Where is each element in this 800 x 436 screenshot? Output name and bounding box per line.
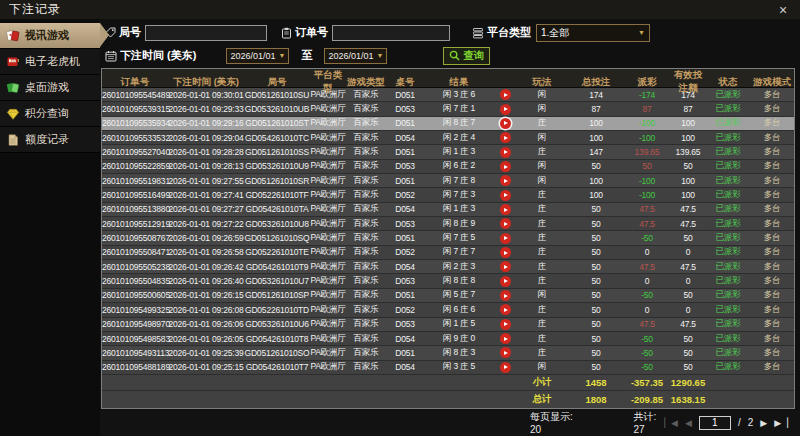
cell-valid-bet: 0 [670, 247, 706, 257]
table-row[interactable]: 260101095527040 2026-01-01 09:28:28 GD05… [102, 145, 794, 159]
table-row[interactable]: 260101095516499 2026-01-01 09:27:41 GD05… [102, 188, 794, 202]
next-page-icon[interactable]: ▶ [760, 418, 767, 428]
cell-round: GD051261010ST [244, 118, 310, 128]
table-row[interactable]: 260101095512919 2026-01-01 09:27:22 GD05… [102, 217, 794, 231]
table-row[interactable]: 260101095508767 2026-01-01 09:26:59 GD05… [102, 231, 794, 245]
table-row[interactable]: 260101095545489 2026-01-01 09:30:01 GD05… [102, 88, 794, 102]
cell-platform: PA欧洲厅 [310, 361, 346, 373]
total-count-label: 共计: 27 [633, 410, 664, 435]
replay-video-icon[interactable] [500, 104, 511, 115]
cell-status: 已派彩 [706, 333, 750, 345]
table-row[interactable]: 260101095533532 2026-01-01 09:29:04 GD05… [102, 131, 794, 145]
sidebar-item-video-games[interactable]: ♥ 视讯游戏 [0, 23, 100, 49]
first-page-icon[interactable]: ▏◀ [664, 418, 678, 428]
cell-game-mode: 多台 [750, 261, 794, 273]
search-button[interactable]: 查询 [443, 47, 490, 65]
cell-platform: PA欧洲厅 [310, 304, 346, 316]
replay-video-icon[interactable] [500, 204, 511, 215]
total-valid-bet: 1638.15 [670, 394, 706, 405]
cell-game-mode: 多台 [750, 232, 794, 244]
replay-video-icon[interactable] [500, 161, 511, 172]
platform-select[interactable]: 1.全部 ▼ [536, 24, 650, 42]
replay-video-icon[interactable] [500, 276, 511, 287]
chevron-down-icon: ▼ [376, 52, 383, 59]
cell-time: 2026-01-01 09:28:13 [168, 161, 244, 171]
cell-status: 已派彩 [706, 103, 750, 115]
replay-video-icon[interactable] [500, 233, 511, 244]
table-row[interactable]: 260101095498970 2026-01-01 09:26:06 GD05… [102, 318, 794, 332]
replay-video-icon[interactable] [500, 175, 511, 186]
cell-bet-type: 庄 [516, 347, 568, 359]
table-row[interactable]: 260101095504835 2026-01-01 09:26:40 GD05… [102, 274, 794, 288]
table-row[interactable]: 260101095498583 2026-01-01 09:26:05 GD05… [102, 332, 794, 346]
cell-game-type: 百家乐 [346, 189, 386, 201]
cell-game-type: 百家乐 [346, 275, 386, 287]
round-number-input[interactable] [145, 25, 267, 41]
table-row[interactable]: 260101095488189 2026-01-01 09:25:15 GD05… [102, 361, 794, 375]
table-row[interactable]: 260101095522859 2026-01-01 09:28:13 GD05… [102, 160, 794, 174]
table-row[interactable]: 260101095500605 2026-01-01 09:26:15 GD05… [102, 289, 794, 303]
cell-game-type: 百家乐 [346, 218, 386, 230]
replay-video-icon[interactable] [500, 304, 511, 315]
date-from-picker[interactable]: 2026/01/01 ▼ [226, 48, 289, 64]
cell-bet-type: 闲 [516, 289, 568, 301]
sidebar-item-table-games[interactable]: 桌面游戏 [0, 75, 100, 101]
cell-total-bet: 50 [568, 334, 624, 344]
cell-total-bet: 50 [568, 305, 624, 315]
cell-game-type: 百家乐 [346, 232, 386, 244]
replay-video-icon[interactable] [500, 290, 511, 301]
replay-video-icon[interactable] [500, 89, 511, 100]
replay-video-icon[interactable] [500, 247, 511, 258]
replay-video-icon[interactable] [500, 218, 511, 229]
cell-time: 2026-01-01 09:28:28 [168, 147, 244, 157]
cell-table-no: D054 [386, 362, 424, 372]
search-button-label: 查询 [463, 49, 484, 63]
sidebar-item-slots[interactable]: 777 电子老虎机 [0, 49, 100, 75]
replay-video-icon[interactable] [500, 347, 511, 358]
replay-video-icon[interactable] [500, 190, 511, 201]
replay-video-icon[interactable] [500, 362, 511, 373]
table-row[interactable]: 260101095508471 2026-01-01 09:26:58 GD05… [102, 246, 794, 260]
table-row[interactable]: 260101095519831 2026-01-01 09:27:55 GD05… [102, 174, 794, 188]
table-row[interactable]: 260101095539315 2026-01-01 09:29:33 GD05… [102, 102, 794, 116]
prev-page-icon[interactable]: ◀ [685, 418, 692, 428]
cell-platform: PA欧洲厅 [310, 218, 346, 230]
platform-layers-icon [472, 27, 484, 39]
cell-bet-type: 庄 [516, 218, 568, 230]
cell-status: 已派彩 [706, 89, 750, 101]
bet-records-dialog: 下注记录 × ♥ 视讯游戏 777 电子老虎机 桌面游戏 [0, 0, 800, 436]
sidebar-item-points-query[interactable]: 积分查询 [0, 101, 100, 127]
page-input[interactable] [699, 416, 731, 430]
cell-round: GD054261010T7 [244, 362, 310, 372]
table-row[interactable]: 260101095513880 2026-01-01 09:27:27 GD05… [102, 203, 794, 217]
date-to-picker[interactable]: 2026/01/01 ▼ [324, 48, 387, 64]
table-row[interactable]: 260101095499325 2026-01-01 09:26:08 GD05… [102, 303, 794, 317]
cell-platform: PA欧洲厅 [310, 117, 346, 129]
sidebar-item-quota-records[interactable]: 额度记录 [0, 127, 100, 153]
replay-video-icon[interactable] [500, 118, 511, 129]
close-icon[interactable]: × [775, 3, 791, 17]
bet-time-label: 下注时间 (美东) [120, 48, 196, 63]
last-page-icon[interactable]: ▶▕ [774, 418, 788, 428]
order-number-input[interactable] [332, 25, 450, 41]
table-row[interactable]: 260101095505238 2026-01-01 09:26:42 GD05… [102, 260, 794, 274]
cell-bet-type: 闲 [516, 361, 568, 373]
header-table-no: 桌号 [386, 76, 424, 89]
replay-video-icon[interactable] [500, 319, 511, 330]
cell-game-mode: 多台 [750, 146, 794, 158]
replay-video-icon[interactable] [500, 132, 511, 143]
cell-bet-type: 庄 [516, 232, 568, 244]
replay-video-icon[interactable] [500, 147, 511, 158]
svg-text:777: 777 [10, 58, 16, 62]
table-row[interactable]: 260101095493113 2026-01-01 09:25:39 GD05… [102, 346, 794, 360]
cell-result: 闲 5 庄 7 [424, 289, 494, 301]
cell-status: 已派彩 [706, 132, 750, 144]
cell-status: 已派彩 [706, 347, 750, 359]
cell-payout: 47.5 [624, 319, 670, 329]
cell-status: 已派彩 [706, 218, 750, 230]
replay-video-icon[interactable] [500, 333, 511, 344]
table-row[interactable]: 260101095535934 2026-01-01 09:29:16 GD05… [102, 117, 794, 131]
replay-video-icon[interactable] [500, 261, 511, 272]
cell-total-bet: 50 [568, 290, 624, 300]
cell-round: GD053261010UB [244, 104, 310, 114]
